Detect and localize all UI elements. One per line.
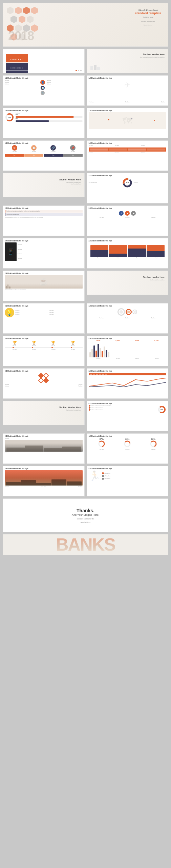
slide-4-2: 4.2 Click to edit Master title style Tex… [3,433,85,464]
slide-4-2-title: 4.2 Click to edit Master title style [5,435,83,437]
slide-4-5-item3: #3 Total here [105,478,110,479]
slide-1-2: 1.2 Click to edit Master title style ✈ T… [87,75,169,106]
row-3-1-3-2: 3.1 Click to edit Master title style 💡 T… [3,303,168,334]
row-4-4-4-5: 4.4 Click to edit Master title style Tex… [3,466,168,496]
slide-4-5-item1: #1 Total here [105,473,110,474]
slide-section4-header: Section Header Here Text here text here … [3,401,85,425]
year-text: 2018 [8,29,34,43]
slide-4-5-item2: #2 Total here [105,475,110,477]
slide-2-1: 2.1 Click to edit Master title style Tex… [87,173,169,203]
section-header-text: Section Header Here [137,53,165,56]
content-header-row: CONTENT XXXXXXXXXX XXXXXXXXXX Section He… [3,49,168,73]
thanks-title: Thanks. [72,508,99,513]
slide-4-4-title: 4.4 Click to edit Master title style [5,468,83,470]
slide-thanks: Thanks. And Your Slogan Here. Speaker na… [3,498,168,532]
slide-section2-header: Section Header Here Text here text here … [3,173,85,197]
page-container: 2018 iSlide® PowerPoint standard templat… [0,0,171,557]
slide-2-3: 2.3 Click to edit Master title style f ●… [87,205,169,236]
award-date-2: 2018.06 [32,345,36,346]
slide-2-2-title: 2.2 Click to edit Master title style [5,208,83,209]
content-tab-label: CONTENT [10,58,23,60]
cover-subtitle: Subtitle here [135,16,161,18]
slide-3-2-title: 3.2 Click to edit Master title style [89,305,167,307]
row-2-6-section3: 2.6 Click to edit Master title style ☕ T… [3,271,168,301]
row-1-5-1-6: 1.5 Click to edit Master title style ⚙ T… [3,140,168,171]
cover-speaker: Speaker name and title [135,20,161,22]
slide-1-1: 1.1 Click to edit Master title style Tex… [3,75,85,106]
slide-4-1: 4.1 Click to edit Master title style Tex… [87,401,169,431]
award-date-4: 2017.11 [71,345,75,346]
slide-content-tab: CONTENT XXXXXXXXXX XXXXXXXXXX [3,49,85,73]
slide-section3-header: Section Header Here Text here text here … [87,271,169,295]
slide-3-5: 3.5 Click to edit Master title style Tex… [3,368,85,399]
award-date-1: 2017.06 [13,345,17,346]
slide-4-4: 4.4 Click to edit Master title style Tex… [3,466,85,496]
slide-3-3: 3.3 Click to edit Master title style 🏆 2… [3,336,85,366]
slide-4-1-title: 4.1 Click to edit Master title style [89,403,167,405]
slide-4-3-title: 4.3 Click to edit Master title style [89,435,167,437]
slide-4-5: 4.5 Click to edit Master title style 🏃 #… [87,466,169,496]
slide-4-3: 4.3 Click to edit Master title style 37%… [87,433,169,464]
row-3-5-3-6: 3.5 Click to edit Master title style Tex… [3,368,168,399]
slide-1-6: 1.6 Click to edit Master title style Tex… [87,140,169,171]
thanks-slogan: And Your Slogan Here. [72,513,99,516]
thanks-speaker: Speaker name and title [72,518,99,520]
slide-1-4: 1.4 Click to edit Master title style 🗺 [87,108,169,138]
slide-1-3-pct1: 78% [8,117,11,118]
row-1-1-1-2: 1.1 Click to edit Master title style Tex… [3,75,168,106]
slide-2-5-title: 2.5 Click to edit Master title style [89,240,167,242]
slide-2-2: 2.2 Click to edit Master title style Tex… [3,205,85,236]
section2-header-text: Section Header Here [59,178,81,181]
row-4-2-4-3: 4.2 Click to edit Master title style Tex… [3,433,168,464]
slide-3-6-title: 3.6 Click to edit Master title style [89,370,167,372]
award-date-3: 2017.08 [51,345,55,346]
slide-1-3-title: 1.3 Click to edit Master title style [5,110,83,112]
slide-3-1: 3.1 Click to edit Master title style 💡 T… [3,303,85,334]
slide-1-4-title: 1.4 Click to edit Master title style [89,110,167,112]
row-2-4-2-5: 2.4 Click to edit Master title style 📱 T… [3,238,168,269]
row-section2-2-1: Section Header Here Text here text here … [3,173,168,203]
brand-logo: iSlide® PowerPoint [135,9,161,12]
slide-3-5-title: 3.5 Click to edit Master title style [5,370,83,372]
watermark-text: BANKS [56,534,115,555]
content-tab2-label: XXXXXXXXXX [10,67,23,69]
thanks-website: www.islide.cc [72,521,99,523]
row-section4-4-1: Section Header Here Text here text here … [3,401,168,431]
slide-2-3-title: 2.3 Click to edit Master title style [89,208,167,209]
slide-1-3: 1.3 Click to edit Master title style 78%… [3,108,85,138]
section4-header-text: Section Header Here [59,406,81,409]
slide-3-2: 3.2 Click to edit Master title style Tex… [87,303,169,334]
slide-3-4-title: 3.4 Click to edit Master title style [89,338,167,339]
slide-1-5-title: 1.5 Click to edit Master title style [5,142,83,144]
slide-2-6: 2.6 Click to edit Master title style ☕ T… [3,271,85,301]
slide-3-4: 3.4 Click to edit Master title style 1,0… [87,336,169,366]
slide-3-1-title: 3.1 Click to edit Master title style [5,305,83,307]
slide-2-1-title: 2.1 Click to edit Master title style [89,175,167,177]
slide-2-4-title: 2.4 Click to edit Master title style [5,240,83,242]
slide-1-1-title: 1.1 Click to edit Master title style [5,77,83,79]
slide-2-6-title: 2.6 Click to edit Master title style [5,273,83,274]
slide-cover: 2018 iSlide® PowerPoint standard templat… [3,3,168,47]
slide-section-header-1: Section Header Here Text here text here … [87,49,169,73]
section-subtext: Text here text here text here text here … [137,57,165,58]
section3-header-text: Section Header Here [143,276,165,278]
cover-content: iSlide® PowerPoint standard template Sub… [135,9,161,26]
slide-3-3-title: 3.3 Click to edit Master title style [5,338,83,339]
watermark-slide: BANKS [3,534,168,555]
cover-email: isinue.islide.cc [135,24,161,26]
slide-2-4: 2.4 Click to edit Master title style 📱 T… [3,238,85,269]
row-2-2-2-3: 2.2 Click to edit Master title style Tex… [3,205,168,236]
slide-2-5: 2.5 Click to edit Master title style [87,238,169,269]
row-1-3-1-4: 1.3 Click to edit Master title style 78%… [3,108,168,138]
slide-4-5-title: 4.5 Click to edit Master title style [89,468,167,470]
slide-1-2-title: 1.2 Click to edit Master title style [89,77,167,79]
slide-1-6-title: 1.6 Click to edit Master title style [89,142,167,144]
slide-3-6: 3.6 Click to edit Master title style [87,368,169,399]
cover-title: standard template [135,12,161,16]
slide-1-5: 1.5 Click to edit Master title style ⚙ T… [3,140,85,171]
thanks-content: Thanks. And Your Slogan Here. Speaker na… [72,508,99,523]
row-3-3-3-4: 3.3 Click to edit Master title style 🏆 2… [3,336,168,366]
